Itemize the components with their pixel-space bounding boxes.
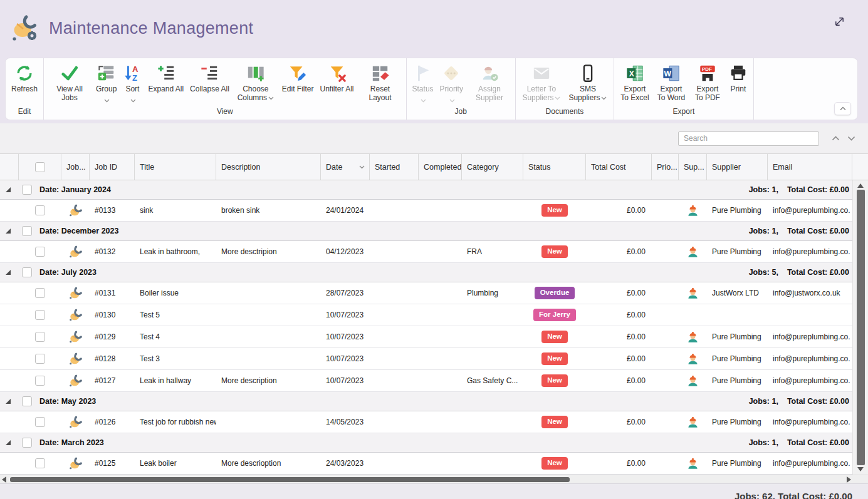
- ribbon-button-export-to-pdf[interactable]: PDFExport To PDF: [689, 60, 726, 103]
- status-badge: New: [541, 204, 568, 216]
- job-title: Leak in hallway: [140, 376, 191, 385]
- group-jobs-count: Jobs: 1,: [749, 227, 778, 235]
- ribbon-button-label: Status: [412, 85, 434, 93]
- scroll-down-icon[interactable]: [857, 467, 864, 471]
- column-header-description[interactable]: Description: [216, 154, 321, 180]
- column-header-label: Completed: [424, 163, 461, 172]
- row-checkbox[interactable]: [35, 332, 45, 342]
- chevron-down-button[interactable]: [844, 131, 859, 145]
- row-checkbox[interactable]: [35, 417, 45, 427]
- scroll-right-icon[interactable]: [847, 476, 851, 483]
- group-expander-icon[interactable]: [5, 398, 11, 404]
- job-row[interactable]: #0127Leak in hallwayMore description10/0…: [0, 370, 868, 392]
- ribbon-group-label: View: [46, 105, 404, 120]
- group-checkbox[interactable]: [22, 226, 32, 236]
- column-header-label: Date: [326, 163, 342, 172]
- select-all-checkbox[interactable]: [35, 162, 45, 172]
- ribbon-button-choose-columns[interactable]: Choose Columns: [233, 60, 279, 103]
- job-row[interactable]: #0130Test 510/07/2023For Jerry£0.00: [0, 304, 868, 326]
- ribbon-button-expand-all[interactable]: Expand All: [145, 60, 187, 95]
- row-checkbox[interactable]: [35, 205, 45, 215]
- job-row[interactable]: #0132Leak in bathroom,More desctripion04…: [0, 241, 868, 263]
- group-expander-icon[interactable]: [5, 269, 11, 275]
- group-row[interactable]: Date: December 2023Jobs: 1,Total Cost: £…: [0, 222, 868, 241]
- job-date: 28/07/2023: [326, 289, 363, 297]
- ribbon-button-letter-to-suppliers: Letter To Suppliers: [518, 60, 565, 103]
- group-row[interactable]: Date: May 2023Jobs: 1,Total Cost: £0.00: [0, 392, 868, 411]
- column-header-total-cost[interactable]: Total Cost: [586, 154, 652, 180]
- row-checkbox[interactable]: [35, 310, 45, 320]
- svg-text:Z: Z: [132, 73, 137, 83]
- vertical-scrollbar[interactable]: [852, 180, 868, 475]
- horizontal-scrollbar[interactable]: [0, 475, 868, 483]
- date-filter-chevron-icon[interactable]: [359, 165, 365, 169]
- job-row[interactable]: #0125Leak boilerMore descrioption24/03/2…: [0, 453, 868, 475]
- supplier-email: info@justworx.co.uk: [773, 289, 840, 297]
- job-total-cost: £0.00: [627, 247, 646, 256]
- ribbon-button-unfilter-all[interactable]: Unfilter All: [317, 60, 357, 95]
- ribbon-collapse-button[interactable]: [834, 102, 851, 115]
- ribbon-button-refresh[interactable]: Refresh: [8, 60, 41, 95]
- job-date: 10/07/2023: [326, 354, 363, 363]
- ribbon-button-sms-suppliers[interactable]: SMS Suppliers: [565, 60, 611, 103]
- horizontal-scroll-thumb[interactable]: [10, 477, 570, 482]
- group-checkbox[interactable]: [22, 185, 32, 195]
- scroll-left-icon[interactable]: [2, 476, 6, 483]
- group-row[interactable]: Date: March 2023Jobs: 1,Total Cost: £0.0…: [0, 433, 868, 453]
- ribbon-button-label: View All Jobs: [56, 85, 83, 102]
- ribbon-button-collapse-all[interactable]: Collapse All: [187, 60, 233, 95]
- status-jobs-total: Jobs: 62, Total Cost: £0.00: [735, 491, 852, 499]
- row-checkbox[interactable]: [35, 354, 45, 364]
- scroll-up-icon[interactable]: [857, 183, 864, 188]
- row-checkbox[interactable]: [35, 376, 45, 386]
- column-header-select[interactable]: [19, 154, 61, 180]
- group-checkbox[interactable]: [22, 267, 32, 277]
- group-expander-icon[interactable]: [5, 228, 11, 234]
- column-header-expander[interactable]: [0, 154, 19, 180]
- job-row[interactable]: #0131Boiler issue28/07/2023PlumbingOverd…: [0, 282, 868, 304]
- job-row[interactable]: #0126Test job for rubbish new14/05/2023N…: [0, 411, 868, 433]
- column-header-category[interactable]: Category: [462, 154, 523, 180]
- ribbon-button-edit-filter[interactable]: Edit Filter: [279, 60, 317, 95]
- group-checkbox[interactable]: [22, 438, 32, 448]
- chevron-up-button[interactable]: [828, 131, 844, 145]
- group-row[interactable]: Date: July 2023Jobs: 5,Total Cost: £0.00: [0, 263, 868, 282]
- group-expander-icon[interactable]: [5, 440, 11, 446]
- column-header-supplier[interactable]: Supplier: [707, 154, 768, 180]
- ribbon-button-label: Reset Layout: [369, 85, 392, 102]
- column-header-date[interactable]: Date: [321, 154, 370, 180]
- column-header-prio[interactable]: Prio...: [652, 154, 679, 180]
- column-header-job[interactable]: Job...: [61, 154, 90, 180]
- ribbon-button-label: Print: [731, 85, 746, 93]
- ribbon-button-export-to-word[interactable]: WExport To Word: [653, 60, 689, 103]
- column-header-job-id[interactable]: Job ID: [90, 154, 135, 180]
- group-expander-icon[interactable]: [5, 187, 11, 193]
- column-header-email[interactable]: Email: [768, 154, 852, 180]
- job-row[interactable]: #0133sinkbroken sink24/01/2024New£0.00Pu…: [0, 200, 868, 222]
- search-input[interactable]: [678, 131, 819, 146]
- job-row[interactable]: #0129Test 410/07/2023New£0.00Pure Plumbi…: [0, 326, 868, 348]
- group-checkbox[interactable]: [22, 396, 32, 406]
- ribbon-button-group[interactable]: Group: [93, 60, 120, 102]
- row-checkbox[interactable]: [35, 288, 45, 298]
- maintenance-app-icon: [11, 13, 41, 43]
- column-header-sup[interactable]: Sup...: [679, 154, 707, 180]
- job-id: #0130: [95, 311, 115, 319]
- group-row[interactable]: Date: January 2024Jobs: 1,Total Cost: £0…: [0, 180, 868, 200]
- column-header-title[interactable]: Title: [135, 154, 216, 180]
- job-title: Test 5: [140, 311, 160, 319]
- vertical-scroll-thumb[interactable]: [857, 190, 865, 465]
- expand-window-icon[interactable]: [834, 16, 845, 30]
- ribbon-button-reset-layout[interactable]: Reset Layout: [357, 60, 404, 103]
- ribbon-button-sort[interactable]: AZSort: [120, 60, 145, 102]
- ribbon-button-view-all-jobs[interactable]: View All Jobs: [46, 60, 93, 103]
- row-checkbox[interactable]: [35, 458, 45, 468]
- column-header-completed[interactable]: Completed: [419, 154, 462, 180]
- job-row[interactable]: #0128Test 310/07/2023New£0.00Pure Plumbi…: [0, 348, 868, 370]
- column-header-started[interactable]: Started: [370, 154, 419, 180]
- column-header-status[interactable]: Status: [523, 154, 586, 180]
- ribbon-button-print[interactable]: Print: [726, 60, 751, 95]
- ribbon-button-export-to-excel[interactable]: XExport To Excel: [617, 60, 653, 103]
- sort-az-icon: AZ: [123, 61, 142, 85]
- row-checkbox[interactable]: [35, 247, 45, 257]
